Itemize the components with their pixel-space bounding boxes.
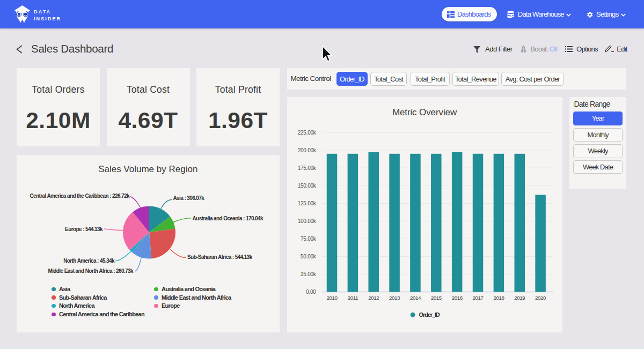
svg-text:2019: 2019 [514, 294, 525, 300]
svg-text:2013: 2013 [389, 294, 400, 300]
svg-text:150.00k: 150.00k [297, 182, 316, 188]
svg-text:50.00k: 50.00k [301, 253, 317, 259]
svg-text:2014: 2014 [410, 294, 421, 300]
svg-text:2020: 2020 [535, 294, 546, 300]
svg-text:2016: 2016 [451, 294, 463, 300]
svg-text:2010: 2010 [326, 294, 338, 300]
svg-text:25.00k: 25.00k [301, 271, 317, 277]
svg-text:2011: 2011 [347, 294, 357, 300]
svg-text:0.00: 0.00 [306, 289, 316, 295]
svg-text:75.00k: 75.00k [301, 235, 317, 241]
svg-text:200.00k: 200.00k [297, 147, 316, 153]
svg-text:175.00k: 175.00k [297, 165, 316, 170]
svg-text:100.00k: 100.00k [297, 218, 316, 224]
svg-text:2017: 2017 [472, 294, 483, 300]
svg-text:2012: 2012 [368, 294, 379, 300]
svg-text:Order_ID: Order_ID [419, 311, 440, 318]
svg-text:2015: 2015 [430, 294, 442, 300]
svg-text:225.00k: 225.00k [297, 129, 316, 135]
svg-text:2018: 2018 [493, 294, 504, 300]
svg-text:125.00k: 125.00k [297, 200, 316, 206]
